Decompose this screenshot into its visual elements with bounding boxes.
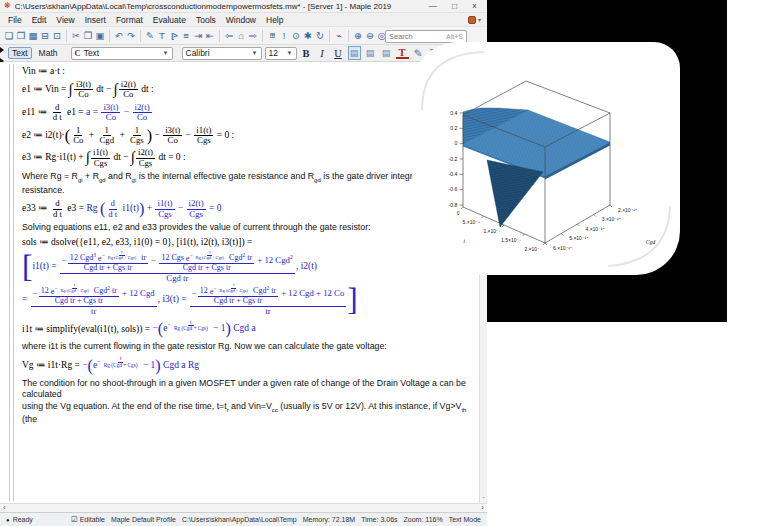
scroll-right-icon[interactable]: › bbox=[481, 504, 484, 512]
go-forward-icon[interactable]: ⇨ bbox=[247, 28, 259, 43]
scroll-down-icon[interactable]: ˇ bbox=[483, 496, 485, 502]
cut-icon[interactable]: ✂ bbox=[70, 28, 82, 43]
style-icon: C bbox=[75, 48, 81, 58]
search-shortcut: Alt+S bbox=[446, 33, 463, 40]
svg-text:2.×10⁻⁷: 2.×10⁻⁷ bbox=[524, 246, 541, 252]
bold-button[interactable]: B bbox=[300, 46, 313, 60]
zoom-in-icon[interactable]: ⊕ bbox=[352, 28, 364, 43]
horizontal-scrollbar[interactable]: ‹ › bbox=[0, 503, 487, 512]
align-right-button[interactable]: ▤ bbox=[380, 46, 393, 60]
insert-text-icon[interactable]: T bbox=[156, 28, 168, 43]
insert-maple-prompt-icon[interactable]: [> bbox=[168, 28, 180, 43]
outdent-icon[interactable]: ⇤ bbox=[204, 28, 216, 43]
toolbar-separator bbox=[219, 30, 220, 42]
search-box: Alt+S bbox=[385, 30, 467, 43]
menu-item-help[interactable]: Help bbox=[261, 15, 288, 25]
style-label: Text bbox=[84, 48, 100, 58]
svg-text:2.×10⁻¹⁰: 2.×10⁻¹⁰ bbox=[618, 207, 637, 213]
editable-checkbox[interactable]: ☑ bbox=[71, 515, 78, 524]
insert-section-icon[interactable]: ≡ bbox=[180, 28, 192, 43]
svg-text:-0.2: -0.2 bbox=[449, 156, 458, 162]
menu-right-group: ▾ bbox=[468, 16, 484, 24]
svg-text:0: 0 bbox=[455, 140, 458, 146]
surface-plot: 0.40.20-0.2-0.4-0.6-0.805.×10⁻⁸1.×10⁻⁷1.… bbox=[412, 42, 680, 275]
execute-all-icon[interactable]: !!! bbox=[266, 28, 278, 43]
menu-item-tools[interactable]: Tools bbox=[191, 15, 221, 25]
main-toolbar: ❏❒▦⊟⊡✂❐▣↶↷✎T[>≡⇥⇤⇦⌂⇨!!!!⊙✱↻⌁⊕⊖◎? Alt+S bbox=[0, 26, 487, 45]
profile-icon[interactable] bbox=[468, 16, 476, 24]
execute-icon[interactable]: ! bbox=[278, 28, 290, 43]
document-bracket bbox=[13, 64, 14, 501]
text-paragraph[interactable]: Where Rg = Rgi + Rgd and Rgi is the inte… bbox=[22, 171, 475, 196]
insert-drawing-icon[interactable]: ✎ bbox=[144, 28, 156, 43]
math-block[interactable]: e3 ≔ Rg·i1(t) + ∫i1(t)Cgs dt − ∫i2(t)Cgs… bbox=[22, 148, 475, 168]
menu-item-edit[interactable]: Edit bbox=[27, 15, 52, 25]
mode-button-text[interactable]: Text bbox=[8, 47, 32, 59]
menu-item-evaluate[interactable]: Evaluate bbox=[148, 15, 191, 25]
zoom-out-icon[interactable]: ⊖ bbox=[364, 28, 376, 43]
debug-icon[interactable]: ✱ bbox=[302, 28, 314, 43]
go-back-icon[interactable]: ⇦ bbox=[223, 28, 235, 43]
go-home-icon[interactable]: ⌂ bbox=[235, 28, 247, 43]
math-block[interactable]: [i1(t) = −12 Cgd3 e−tRg (Cgd + Cgs) trCg… bbox=[22, 250, 475, 316]
paste-icon[interactable]: ▣ bbox=[94, 28, 106, 43]
italic-button[interactable]: I bbox=[316, 46, 329, 60]
minimize-button[interactable]: — bbox=[428, 1, 437, 11]
paragraph-style-combo[interactable]: C Text ▼ bbox=[71, 47, 173, 60]
interrupt-icon[interactable]: ⊙ bbox=[290, 28, 302, 43]
menu-item-file[interactable]: File bbox=[3, 15, 27, 25]
math-block[interactable]: i1t ≔ simplify(eval(i1(t), sols)) = −(e−… bbox=[22, 320, 475, 339]
collapse-marker-icon[interactable] bbox=[0, 47, 4, 53]
text-paragraph[interactable]: where i1t is the current flowing in the … bbox=[22, 341, 475, 352]
close-button[interactable]: × bbox=[472, 1, 477, 11]
math-block[interactable]: sols ≔ dsolve({e11, e2, e33, i1(0) = 0},… bbox=[22, 237, 475, 248]
svg-text:-0.6: -0.6 bbox=[449, 186, 458, 192]
menu-item-window[interactable]: Window bbox=[221, 15, 261, 25]
math-block[interactable]: e11 ≔ dd t e1 = a = i3(t)Co − i2(t)Co bbox=[22, 103, 475, 123]
restart-kernel-icon[interactable]: ↻ bbox=[314, 28, 326, 43]
title-bar: ❋ C:\Users\skhan\AppData\Local\Temp\cros… bbox=[0, 0, 487, 13]
print-preview-icon[interactable]: ⊡ bbox=[51, 28, 63, 43]
menu-bar: FileEditViewInsertFormatEvaluateToolsWin… bbox=[0, 13, 487, 26]
text-paragraph[interactable]: The condition for no shoot-through in a … bbox=[22, 378, 475, 426]
menu-item-format[interactable]: Format bbox=[111, 15, 148, 25]
math-block[interactable]: e2 ≔ i2(t)·(1Co + 1Cgd + 1Cgs) − i3(t)Co… bbox=[22, 126, 475, 146]
align-center-button[interactable]: ▤ bbox=[364, 46, 377, 60]
document-bracket bbox=[9, 64, 10, 501]
copy-icon[interactable]: ❐ bbox=[82, 28, 94, 43]
status-path: C:\Users\skhan\AppData\Local\Temp bbox=[182, 516, 297, 523]
maximize-button[interactable]: □ bbox=[452, 1, 457, 11]
menu-item-insert[interactable]: Insert bbox=[80, 15, 111, 25]
save-icon[interactable]: ▦ bbox=[27, 28, 39, 43]
align-left-button[interactable]: ▤ bbox=[348, 46, 361, 60]
print-icon[interactable]: ⊟ bbox=[39, 28, 51, 43]
search-input[interactable] bbox=[389, 32, 446, 41]
font-color-button[interactable]: T bbox=[396, 47, 409, 59]
hyperlink-icon[interactable]: ⌁ bbox=[333, 28, 345, 43]
svg-text:0.4: 0.4 bbox=[450, 110, 457, 116]
undo-icon[interactable]: ↶ bbox=[113, 28, 125, 43]
menu-item-view[interactable]: View bbox=[51, 15, 79, 25]
text-paragraph[interactable]: Solving equations e11, e2 and e33 provid… bbox=[22, 222, 475, 233]
mode-button-math[interactable]: Math bbox=[35, 47, 62, 59]
chevron-down-icon[interactable]: ▾ bbox=[478, 16, 481, 23]
open-file-icon[interactable]: ❒ bbox=[15, 28, 27, 43]
math-block[interactable]: e33 ≔ dd t e3 = Rg (dd t i1(t)) + i1(t)C… bbox=[22, 199, 475, 219]
math-block[interactable]: Vin ≔ a·t : bbox=[22, 66, 475, 77]
redo-icon[interactable]: ↷ bbox=[125, 28, 137, 43]
font-size-combo[interactable]: 12 ▼ bbox=[265, 47, 297, 60]
status-zoom: Zoom: 116% bbox=[404, 516, 443, 523]
indent-icon[interactable]: ⇥ bbox=[192, 28, 204, 43]
window-controls: — □ × bbox=[428, 1, 483, 11]
toolbar-separator bbox=[109, 30, 110, 42]
underline-button[interactable]: U bbox=[332, 46, 345, 60]
svg-text:5.×10⁻¹⁰: 5.×10⁻¹⁰ bbox=[569, 235, 588, 241]
math-block[interactable]: Vg ≔ i1t·Rg = −(e−tRg (Cgd + Cgs) − 1) C… bbox=[22, 356, 475, 375]
format-toolbar: TextMath C Text ▼ Calibri ▼ 12 ▼ BIU▤▤▤T… bbox=[0, 45, 487, 62]
font-family-combo[interactable]: Calibri ▼ bbox=[182, 47, 262, 60]
svg-text:3.×10⁻¹⁰: 3.×10⁻¹⁰ bbox=[602, 216, 621, 222]
scroll-left-icon[interactable]: ‹ bbox=[3, 504, 6, 512]
svg-text:1.5×10⁻⁷: 1.5×10⁻⁷ bbox=[501, 237, 521, 243]
math-block[interactable]: e1 ≔ Vin = ∫i3(t)Co dt − ∫i2(t)Co dt : bbox=[22, 80, 475, 100]
new-document-icon[interactable]: ❏ bbox=[3, 28, 15, 43]
